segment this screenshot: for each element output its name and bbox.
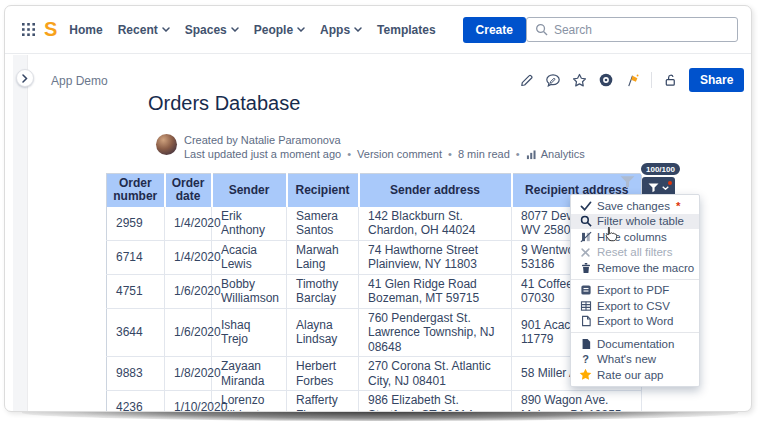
check-icon bbox=[579, 200, 592, 212]
byline-meta: Last updated just a moment ago • Version… bbox=[184, 148, 585, 160]
table-cell: 1/10/2020 bbox=[165, 391, 212, 413]
table-cell: 890 Wagon Ave. Malvern, PA 19355 bbox=[512, 391, 642, 413]
pencil-icon bbox=[519, 73, 534, 88]
menu-item-filter-whole-table[interactable]: Filter whole table bbox=[571, 214, 699, 230]
table-cell: 41 Glen Ridge Road Bozeman, MT 59715 bbox=[359, 274, 512, 308]
table-filter-dropdown-menu: Save changes* Filter whole table Hide co… bbox=[570, 194, 700, 387]
nav-item-apps[interactable]: Apps bbox=[320, 23, 362, 37]
reset-icon bbox=[579, 247, 592, 258]
nav-item-templates[interactable]: Templates bbox=[377, 23, 435, 37]
product-logo[interactable]: S bbox=[44, 18, 57, 41]
csv-grid-icon bbox=[579, 300, 592, 312]
table-cell: Acacia Lewis bbox=[212, 240, 287, 274]
search-input[interactable] bbox=[554, 23, 704, 37]
top-nav: S Home Recent Spaces People Apps Templat… bbox=[5, 6, 751, 54]
expand-sidebar-button[interactable] bbox=[16, 69, 34, 87]
table-cell: 1/6/2020 bbox=[165, 274, 212, 308]
menu-item-export-to-pdf[interactable]: Export to PDF bbox=[571, 283, 699, 299]
nav-item-spaces[interactable]: Spaces bbox=[185, 23, 239, 37]
table-cell: 2959 bbox=[107, 207, 165, 241]
feedback-button[interactable] bbox=[625, 73, 640, 88]
table-cell: 9883 bbox=[107, 357, 165, 391]
analytics-link[interactable]: Analytics bbox=[526, 148, 585, 160]
document-icon bbox=[579, 338, 592, 350]
byline-author: Created by Natalie Paramonova bbox=[184, 134, 341, 146]
menu-item-export-to-word[interactable]: Export to Word bbox=[571, 314, 699, 330]
menu-divider bbox=[571, 332, 699, 333]
chevron-down-icon bbox=[354, 27, 362, 32]
toolbar-divider bbox=[651, 72, 652, 88]
comment-icon bbox=[545, 73, 561, 88]
table-cell: 142 Blackburn St. Chardon, OH 44024 bbox=[359, 207, 512, 241]
chevron-down-icon bbox=[662, 186, 669, 190]
menu-item-remove-the-macro[interactable]: Remove the macro bbox=[571, 260, 699, 276]
star-outline-icon bbox=[572, 73, 587, 88]
flag-icon bbox=[625, 73, 640, 88]
nav-item-people[interactable]: People bbox=[254, 23, 305, 37]
nav-item-home[interactable]: Home bbox=[69, 23, 102, 37]
column-header[interactable]: Sender address bbox=[359, 174, 512, 207]
menu-item-export-to-csv[interactable]: Export to CSV bbox=[571, 298, 699, 314]
page-curl-shadow bbox=[22, 412, 738, 421]
menu-item-reset-all-filters: Reset all filters bbox=[571, 245, 699, 261]
table-cell: Timothy Barclay bbox=[287, 274, 359, 308]
table-cell: Herbert Forbes bbox=[287, 357, 359, 391]
table-cell: Ishaq Trejo bbox=[212, 308, 287, 357]
create-button[interactable]: Create bbox=[463, 17, 526, 43]
table-row: 29591/4/2020Erik AnthonySamera Santos142… bbox=[107, 207, 642, 241]
breadcrumb[interactable]: App Demo bbox=[51, 74, 108, 88]
share-button[interactable]: Share bbox=[689, 68, 744, 92]
table-cell: Samera Santos bbox=[287, 207, 359, 241]
table-cell: Erik Anthony bbox=[212, 207, 287, 241]
table-row: 67141/4/2020Acacia LewisMarwah Laing74 H… bbox=[107, 240, 642, 274]
chevron-right-icon bbox=[22, 74, 28, 83]
chevron-down-icon bbox=[162, 27, 170, 32]
author-avatar[interactable] bbox=[156, 134, 177, 155]
column-header[interactable]: Order number bbox=[107, 174, 165, 207]
table-cell: 3644 bbox=[107, 308, 165, 357]
menu-item-whats-new[interactable]: ? What's new bbox=[571, 352, 699, 368]
app-switcher-icon[interactable] bbox=[22, 23, 35, 36]
word-doc-icon bbox=[579, 315, 592, 327]
edit-button[interactable] bbox=[519, 73, 534, 88]
table-row: 42361/10/2020Lorenzo HibbertRafferty Fig… bbox=[107, 391, 642, 413]
chevron-down-icon bbox=[297, 27, 305, 32]
inline-comment-button[interactable] bbox=[545, 73, 561, 88]
table-row: 98831/8/2020Zayaan MirandaHerbert Forbes… bbox=[107, 357, 642, 391]
menu-divider bbox=[571, 279, 699, 280]
star-icon bbox=[579, 368, 592, 381]
collapsed-sidebar[interactable] bbox=[13, 55, 28, 411]
table-cell: Marwah Laing bbox=[287, 240, 359, 274]
watch-button[interactable] bbox=[598, 72, 614, 88]
menu-item-hide-columns[interactable]: Hide columns bbox=[571, 229, 699, 245]
menu-item-documentation[interactable]: Documentation bbox=[571, 336, 699, 352]
pdf-icon bbox=[579, 284, 592, 296]
nav-item-recent[interactable]: Recent bbox=[118, 23, 170, 37]
page-actions: Share ••• bbox=[519, 67, 752, 93]
table-cell: 270 Corona St. Atlantic City, NJ 08401 bbox=[359, 357, 512, 391]
chart-icon bbox=[526, 149, 537, 160]
trash-icon bbox=[579, 262, 592, 274]
column-filter-icon[interactable] bbox=[620, 175, 635, 194]
table-cell: Rafferty Figueroa bbox=[287, 391, 359, 413]
search-box[interactable] bbox=[526, 17, 738, 42]
hide-columns-icon bbox=[579, 231, 592, 243]
table-cell: 986 Elizabeth St. Stratford, CT 06614 bbox=[359, 391, 512, 413]
restrictions-button[interactable] bbox=[663, 73, 678, 88]
last-updated-text: Last updated just a moment ago bbox=[184, 148, 341, 160]
column-header[interactable]: Order date bbox=[165, 174, 212, 207]
column-header[interactable]: Sender bbox=[212, 174, 287, 207]
read-time-text: 8 min read bbox=[458, 148, 510, 160]
orders-table-macro: 100/100 Order number Order date Sender R… bbox=[106, 173, 643, 412]
column-header[interactable]: Recipient bbox=[287, 174, 359, 207]
version-comment-link[interactable]: Version comment bbox=[357, 148, 442, 160]
page-title: Orders Database bbox=[148, 92, 300, 115]
menu-item-save-changes[interactable]: Save changes* bbox=[571, 198, 699, 214]
table-cell: 6714 bbox=[107, 240, 165, 274]
table-cell: 74 Hawthorne Street Plainview, NY 11803 bbox=[359, 240, 512, 274]
favorite-button[interactable] bbox=[572, 73, 587, 88]
table-cell: Lorenzo Hibbert bbox=[212, 391, 287, 413]
menu-item-rate-our-app[interactable]: Rate our app bbox=[571, 367, 699, 383]
search-icon bbox=[579, 215, 592, 227]
chevron-down-icon bbox=[231, 27, 239, 32]
